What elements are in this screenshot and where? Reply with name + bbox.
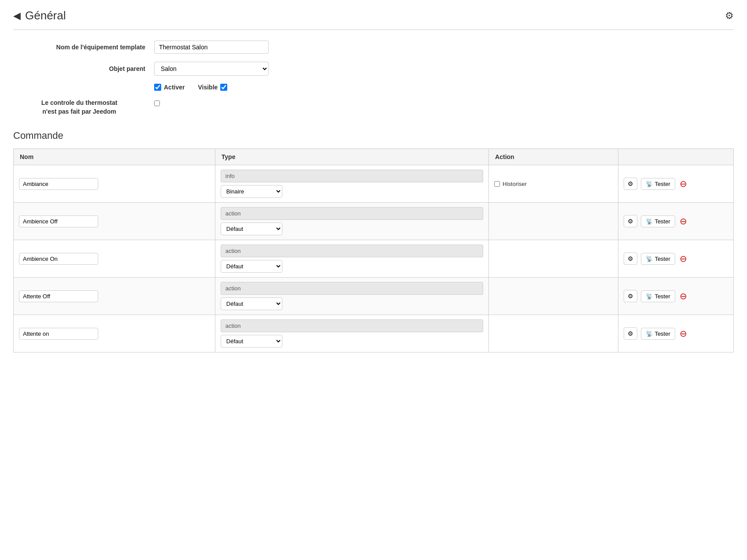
row-nom-input[interactable]: [19, 290, 98, 302]
remove-button[interactable]: ⊖: [680, 178, 687, 189]
buttons-cell: ⚙ 📡 Tester ⊖: [618, 315, 734, 352]
row-nom-input[interactable]: [19, 178, 98, 190]
config-button[interactable]: ⚙: [624, 252, 637, 265]
type-cell: action Défaut Slider Message Couleur: [215, 278, 488, 315]
form-section: Nom de l'équipement template Objet paren…: [13, 41, 734, 116]
commande-section: Commande Nom Type Action info Binaire: [13, 130, 734, 352]
config-button[interactable]: ⚙: [624, 215, 637, 227]
table-row: action Défaut Slider Message Couleur ⚙ 📡: [14, 278, 734, 315]
back-icon[interactable]: ◀: [13, 10, 21, 22]
nom-cell: [14, 278, 215, 315]
action-buttons: ⚙ 📡 Tester ⊖: [624, 290, 728, 302]
historiser-checkbox-group: Historiser: [494, 181, 613, 187]
row-nom-input[interactable]: [19, 328, 98, 340]
action-cell: [489, 240, 618, 278]
action-cell: Historiser: [489, 165, 618, 203]
historiser-checkbox[interactable]: [494, 181, 500, 187]
buttons-cell: ⚙ 📡 Tester ⊖: [618, 165, 734, 203]
type-select[interactable]: Défaut Slider Message Couleur: [221, 297, 282, 310]
col-nom-header: Nom: [14, 149, 215, 165]
remove-button[interactable]: ⊖: [680, 216, 687, 226]
type-label: action: [221, 282, 483, 295]
col-type-header: Type: [215, 149, 488, 165]
antenna-icon: 📡: [646, 330, 653, 337]
checkbox-group: Activer Visible: [154, 84, 227, 91]
historiser-label: Historiser: [503, 181, 527, 187]
activer-checkbox-label: Activer: [164, 84, 185, 91]
objet-row: Objet parent Salon Cuisine Chambre Burea…: [13, 62, 734, 76]
visible-checkbox[interactable]: [220, 84, 227, 91]
action-cell: [489, 278, 618, 315]
nom-cell: [14, 203, 215, 240]
type-label: action: [221, 245, 483, 257]
objet-label: Objet parent: [13, 65, 154, 72]
visible-checkbox-item: Visible: [198, 84, 227, 91]
visible-checkbox-label: Visible: [198, 84, 218, 91]
objet-select[interactable]: Salon Cuisine Chambre Bureau: [154, 62, 269, 76]
tester-button[interactable]: 📡 Tester: [641, 328, 675, 340]
nom-label: Nom de l'équipement template: [13, 44, 154, 51]
table-row: action Défaut Slider Message Couleur ⚙ 📡: [14, 240, 734, 278]
config-button[interactable]: ⚙: [624, 178, 637, 190]
activer-visible-row: Activer Visible: [13, 84, 734, 91]
buttons-cell: ⚙ 📡 Tester ⊖: [618, 240, 734, 278]
commande-title: Commande: [13, 130, 734, 141]
remove-button[interactable]: ⊖: [680, 291, 687, 301]
tester-button[interactable]: 📡 Tester: [641, 290, 675, 302]
commande-table: Nom Type Action info Binaire Numérique A…: [13, 148, 734, 352]
controle-label: Le controle du thermostatn'est pas fait …: [13, 99, 154, 116]
page-title: Général: [25, 9, 66, 22]
action-buttons: ⚙ 📡 Tester ⊖: [624, 252, 728, 265]
controle-row: Le controle du thermostatn'est pas fait …: [13, 99, 734, 116]
table-header-row: Nom Type Action: [14, 149, 734, 165]
antenna-icon: 📡: [646, 256, 653, 262]
remove-button[interactable]: ⊖: [680, 328, 687, 339]
type-select[interactable]: Défaut Slider Message Couleur: [221, 260, 282, 273]
type-select[interactable]: Défaut Slider Message Couleur: [221, 335, 282, 348]
row-nom-input[interactable]: [19, 215, 98, 227]
col-btns-header: [618, 149, 734, 165]
config-button[interactable]: ⚙: [624, 290, 637, 302]
tester-label: Tester: [655, 330, 670, 337]
table-row: info Binaire Numérique Autre Historiser: [14, 165, 734, 203]
antenna-icon: 📡: [646, 218, 653, 225]
nom-cell: [14, 315, 215, 352]
tester-label: Tester: [655, 218, 670, 225]
tester-button[interactable]: 📡 Tester: [641, 215, 675, 227]
nom-input[interactable]: [154, 41, 269, 54]
buttons-cell: ⚙ 📡 Tester ⊖: [618, 203, 734, 240]
activer-checkbox[interactable]: [154, 84, 161, 91]
nom-row: Nom de l'équipement template: [13, 41, 734, 54]
type-label: action: [221, 207, 483, 220]
tester-label: Tester: [655, 293, 670, 300]
type-label: action: [221, 319, 483, 332]
nom-cell: [14, 165, 215, 203]
header-left: ◀ Général: [13, 9, 66, 22]
buttons-cell: ⚙ 📡 Tester ⊖: [618, 278, 734, 315]
config-button[interactable]: ⚙: [624, 327, 637, 340]
nom-cell: [14, 240, 215, 278]
antenna-icon: 📡: [646, 181, 653, 187]
antenna-icon: 📡: [646, 293, 653, 300]
action-buttons: ⚙ 📡 Tester ⊖: [624, 178, 728, 190]
row-nom-input[interactable]: [19, 253, 98, 265]
tester-button[interactable]: 📡 Tester: [641, 253, 675, 265]
type-cell: action Défaut Slider Message Couleur: [215, 315, 488, 352]
action-buttons: ⚙ 📡 Tester ⊖: [624, 327, 728, 340]
table-row: action Défaut Slider Message Couleur ⚙ 📡: [14, 203, 734, 240]
action-buttons: ⚙ 📡 Tester ⊖: [624, 215, 728, 227]
type-select[interactable]: Défaut Slider Message Couleur: [221, 223, 282, 235]
action-cell: [489, 315, 618, 352]
settings-icon[interactable]: ⚙: [725, 10, 734, 22]
table-row: action Défaut Slider Message Couleur ⚙ 📡: [14, 315, 734, 352]
remove-button[interactable]: ⊖: [680, 253, 687, 264]
type-label: info: [221, 170, 483, 182]
controle-checkbox[interactable]: [154, 100, 160, 106]
activer-checkbox-item: Activer: [154, 84, 185, 91]
page-header: ◀ Général ⚙: [13, 9, 734, 30]
type-cell: info Binaire Numérique Autre: [215, 165, 488, 203]
type-cell: action Défaut Slider Message Couleur: [215, 240, 488, 278]
type-select[interactable]: Binaire Numérique Autre: [221, 185, 282, 198]
tester-label: Tester: [655, 256, 670, 262]
tester-button[interactable]: 📡 Tester: [641, 178, 675, 190]
